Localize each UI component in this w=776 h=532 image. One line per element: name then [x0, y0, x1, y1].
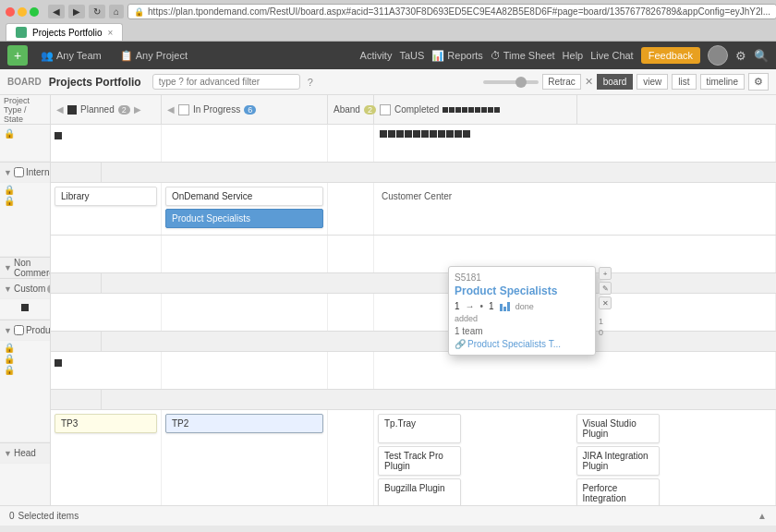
tp2-card[interactable]: TP2	[165, 414, 323, 433]
back-button[interactable]: ◀	[48, 5, 65, 18]
head-label: Head	[14, 448, 36, 458]
popup-status-done: done	[515, 302, 534, 311]
visual-studio-card[interactable]: Visual Studio Plugin	[576, 414, 660, 443]
toggle-product[interactable]: ▼	[4, 326, 12, 335]
customer-center-card[interactable]: Customer Center	[382, 191, 452, 201]
board-view-button[interactable]: board	[597, 74, 634, 90]
row-internal-2	[51, 236, 776, 273]
test-track-card[interactable]: Test Track Pro Plugin	[378, 446, 461, 476]
timesheet-link[interactable]: ⏱ Time Sheet	[491, 50, 555, 61]
abandon-col-header: Aband 2	[328, 95, 374, 124]
timeline-view-button[interactable]: timeline	[700, 74, 745, 90]
planned-arrow-right[interactable]: ▶	[134, 104, 141, 115]
user-avatar[interactable]	[708, 45, 728, 66]
planned-col-header: ◀ Planned 2 ▶	[51, 95, 162, 124]
inprogress-arrow-left[interactable]: ◀	[167, 104, 175, 115]
popup-meta-added: added	[455, 314, 589, 323]
close-traffic-light[interactable]	[6, 7, 15, 17]
noncommercial-label: Non Commercial	[14, 258, 51, 278]
internal-inprogress-cell: OnDemand Service Product Specialists	[162, 183, 328, 235]
expand-icon[interactable]: ▲	[758, 511, 767, 521]
popup-action-1[interactable]: +	[599, 267, 612, 280]
popup-specialists-link[interactable]: 🔗 Product Specialists T...	[455, 339, 589, 349]
novalue-completed-cell	[374, 125, 776, 162]
toggle-internal[interactable]: ▼	[4, 168, 12, 177]
perforce-card[interactable]: Perforce Integration	[576, 478, 660, 505]
card-view-button[interactable]: view	[637, 74, 668, 90]
help-link[interactable]: Help	[563, 50, 584, 61]
settings-icon[interactable]: ⚙	[735, 49, 746, 63]
internal-label: Internal	[26, 167, 51, 177]
tp3-label: TP3	[61, 418, 78, 429]
popup-right-count1: 1	[599, 317, 612, 326]
search-icon[interactable]: 🔍	[754, 49, 769, 63]
tp3-card[interactable]: TP3	[55, 414, 157, 433]
minimize-traffic-light[interactable]	[18, 7, 27, 17]
completed-squares	[378, 128, 771, 139]
popup-count2: 1	[489, 301, 494, 311]
filter-close-icon[interactable]: ✕	[585, 76, 593, 88]
toggle-custom[interactable]: ▼	[4, 284, 12, 294]
board-settings-button[interactable]: ⚙	[748, 73, 769, 91]
tab-bar: Projects Portfolio ×	[6, 23, 770, 41]
project-selector[interactable]: 📋 Any Project	[115, 46, 193, 66]
internal-divider-header	[51, 163, 102, 182]
reports-link[interactable]: 📊 Reports	[431, 50, 483, 62]
address-bar[interactable]: 🔒 https://plan.tpondemand.com/RestUI/boa…	[127, 4, 776, 19]
perforce-label: Perforce Integration	[583, 483, 626, 503]
toggle-noncommercial[interactable]: ▼	[4, 263, 12, 272]
popup-id: S5181	[455, 272, 589, 283]
team-selector[interactable]: 👥 Any Team	[35, 46, 107, 66]
cb-internal[interactable]	[14, 167, 24, 177]
nc-inprogress	[162, 294, 328, 331]
test-track-label: Test Track Pro Plugin	[384, 451, 443, 471]
row-sidebar: Project Type / State 🔒 ▼ Internal 4 🔒	[0, 95, 51, 505]
custom-divider	[51, 332, 776, 352]
inprogress-cb[interactable]	[178, 104, 189, 115]
tp-tray-card[interactable]: Tp.Tray	[378, 414, 461, 443]
ondemand-card-label: OnDemand Service	[172, 191, 252, 201]
sidebar-group-head: ▼ Head	[0, 443, 50, 505]
activity-link[interactable]: Activity	[360, 50, 393, 61]
popup-title[interactable]: Product Specialists	[455, 284, 589, 297]
tab-close-icon[interactable]: ×	[108, 28, 114, 38]
toggle-head[interactable]: ▼	[4, 449, 12, 458]
popup-action-2[interactable]: ✎	[599, 282, 612, 295]
app: + 👥 Any Team 📋 Any Project Activity TaUS…	[0, 42, 776, 526]
planned-arrow-left[interactable]: ◀	[56, 104, 64, 115]
completed-cb[interactable]	[380, 104, 391, 115]
traffic-lights	[6, 7, 39, 17]
sidebar-header-text: Project Type / State	[4, 96, 46, 124]
product-specialists-card[interactable]: Product Specialists	[165, 209, 323, 228]
taus-link[interactable]: TaUS	[399, 50, 424, 61]
add-nav-button[interactable]: +	[7, 45, 28, 66]
cb-product[interactable]	[14, 325, 24, 335]
reset-button[interactable]: Retrac	[542, 74, 580, 90]
filter-help-icon[interactable]: ?	[308, 77, 313, 88]
feedback-button[interactable]: Feedback	[641, 47, 700, 64]
nc-abandon	[328, 294, 374, 331]
filter-input[interactable]	[152, 74, 300, 90]
forward-button[interactable]: ▶	[68, 5, 85, 18]
nav-right: Activity TaUS 📊 Reports ⏱ Time Sheet Hel…	[360, 45, 769, 66]
sidebar-header: Project Type / State	[0, 95, 50, 125]
maximize-traffic-light[interactable]	[30, 7, 39, 17]
ondemand-card[interactable]: OnDemand Service	[165, 187, 323, 206]
product-divider-header	[51, 390, 102, 409]
project-label: Any Project	[136, 50, 188, 61]
refresh-button[interactable]: ↻	[89, 5, 105, 18]
product-inprogress-cell: TP2	[162, 410, 328, 505]
list-view-button[interactable]: list	[672, 74, 696, 90]
noncommercial-divider	[51, 273, 776, 294]
active-tab[interactable]: Projects Portfolio ×	[6, 23, 123, 41]
product-specialists-label: Product Specialists	[172, 213, 250, 224]
zoom-slider[interactable]	[483, 80, 539, 84]
custom-completed	[374, 352, 776, 389]
home-button[interactable]: ⌂	[109, 5, 124, 18]
bugzilla-card[interactable]: Bugzilla Plugin	[378, 478, 461, 505]
popup-action-3[interactable]: ✕	[599, 296, 612, 309]
livechat-link[interactable]: Live Chat	[590, 50, 633, 61]
jira-card[interactable]: JIRA Integration Plugin	[576, 446, 660, 476]
library-card[interactable]: Library	[55, 187, 157, 206]
completed-label: Completed	[394, 104, 439, 115]
